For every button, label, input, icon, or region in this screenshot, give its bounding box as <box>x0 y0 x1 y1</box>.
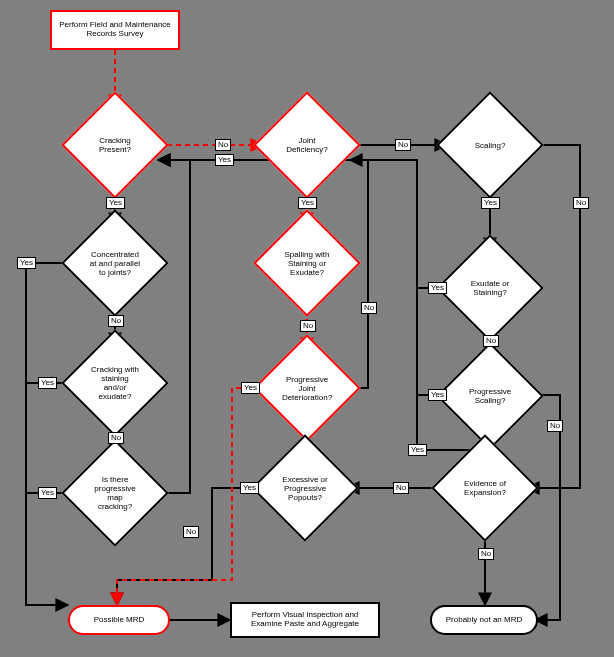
lbl-yes: Yes <box>38 487 57 499</box>
lbl-yes: Yes <box>481 197 500 209</box>
flowchart-canvas: Perform Field and Maintenance Records Su… <box>0 0 614 657</box>
lbl-yes: Yes <box>106 197 125 209</box>
lbl-no: No <box>483 335 499 347</box>
lbl-no: No <box>183 526 199 538</box>
lbl-yes: Yes <box>298 197 317 209</box>
lbl-no: No <box>478 548 494 560</box>
node-visual-inspection: Perform Visual Inspection and Examine Pa… <box>230 602 380 638</box>
lbl-yes: Yes <box>38 377 57 389</box>
lbl-yes: Yes <box>428 282 447 294</box>
lbl-no: No <box>573 197 589 209</box>
node-survey: Perform Field and Maintenance Records Su… <box>50 10 180 50</box>
node-progressive-scaling: Progressive Scaling? <box>452 358 528 434</box>
node-spalling-staining: Spalling with Staining or Exudate? <box>269 225 345 301</box>
lbl-no: No <box>108 432 124 444</box>
lbl-no: No <box>300 320 316 332</box>
lbl-yes: Yes <box>240 482 259 494</box>
node-progressive-joint-det: Progressive Joint Deterioration? <box>269 350 345 426</box>
node-excessive-popouts: Excessive or Progressive Popouts? <box>267 450 343 526</box>
node-scaling: Scaling? <box>452 107 528 183</box>
node-exudate-staining: Exudate or Staining? <box>452 250 528 326</box>
lbl-no: No <box>547 420 563 432</box>
label: Perform Field and Maintenance Records Su… <box>56 21 174 39</box>
lbl-no: No <box>108 315 124 327</box>
node-joint-deficiency: Joint Deficiency? <box>269 107 345 183</box>
node-evidence-expansion: Evidence of Expansion? <box>447 450 523 526</box>
lbl-yes: Yes <box>428 389 447 401</box>
lbl-yes: Yes <box>408 444 427 456</box>
lbl-no: No <box>393 482 409 494</box>
node-cracking-staining: Cracking with staining and/or exudate? <box>77 345 153 421</box>
node-probably-not-mrd: Probably not an MRD <box>430 605 538 635</box>
lbl-no: No <box>395 139 411 151</box>
lbl-yes: Yes <box>17 257 36 269</box>
node-possible-mrd: Possible MRD <box>68 605 170 635</box>
node-progressive-map: Is there progressive map cracking? <box>77 455 153 531</box>
lbl-no: No <box>215 139 231 151</box>
node-concentrated-joints: Concentrated at and parallel to joints? <box>77 225 153 301</box>
lbl-no: No <box>361 302 377 314</box>
lbl-yes: Yes <box>215 154 234 166</box>
lbl-yes: Yes <box>241 382 260 394</box>
node-cracking-present: Cracking Present? <box>77 107 153 183</box>
